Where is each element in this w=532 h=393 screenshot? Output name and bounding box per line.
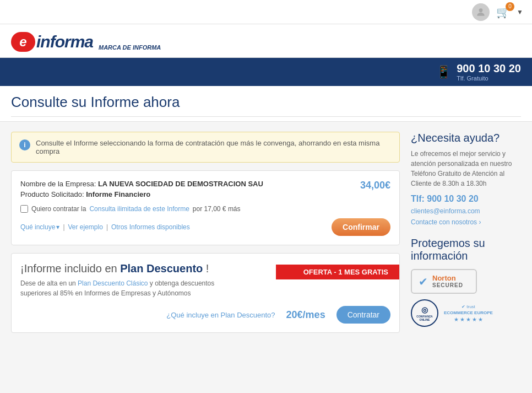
phone-bar-content: 📱 900 10 30 20 Tlf. Gratuito bbox=[436, 62, 521, 82]
plan-link[interactable]: ¿Qué incluye en Plan Descuento? bbox=[166, 311, 275, 319]
star-4: ★ bbox=[472, 316, 477, 322]
product-links: Qué incluye ▾ | Ver ejemplo | Otros Info… bbox=[20, 218, 390, 236]
logo-e-circle: e bbox=[11, 32, 35, 52]
stars-row: ★ ★ ★ ★ ★ bbox=[454, 316, 483, 322]
plan-price: 20€/mes bbox=[286, 309, 325, 321]
plan-title-suffix: ! bbox=[206, 262, 209, 274]
ver-ejemplo-link[interactable]: Ver ejemplo bbox=[68, 223, 103, 231]
norton-check-icon: ✔ bbox=[419, 275, 428, 288]
product-info: Nombre de la Empresa: LA NUEVA SOCIEDAD … bbox=[20, 180, 360, 198]
product-price: 34,00€ bbox=[360, 180, 390, 191]
help-email[interactable]: clientes@einforma.com bbox=[411, 207, 521, 215]
protect-title: Protegemos su información bbox=[411, 237, 521, 262]
company-name: LA NUEVA SOCIEDAD DE DEMOSTRACION SAU bbox=[98, 180, 263, 188]
right-column: ¿Necesita ayuda? Le ofrecemos el mejor s… bbox=[411, 132, 521, 333]
page-title-section: Consulte su Informe ahora bbox=[0, 86, 532, 122]
plan-title-prefix: ¡Informe incluido en bbox=[20, 262, 117, 274]
top-bar: 🛒 0 ▼ bbox=[0, 0, 532, 24]
consulta-checkbox[interactable] bbox=[20, 205, 28, 213]
norton-badge: ✔ Norton SECURED bbox=[411, 269, 477, 294]
product-links-left: Qué incluye ▾ | Ver ejemplo | Otros Info… bbox=[20, 223, 190, 231]
help-phone: Tlf: 900 10 30 20 bbox=[411, 194, 521, 204]
product-label: Producto Solicitado: bbox=[20, 190, 84, 198]
logo-brand-name: informa bbox=[36, 33, 93, 51]
logo-subtitle-brand: INFORMA bbox=[133, 44, 161, 51]
phone-bar: 📱 900 10 30 20 Tlf. Gratuito bbox=[0, 58, 532, 86]
checkbox-text-after: por 17,00 € más bbox=[193, 205, 241, 213]
cart-badge: 0 bbox=[506, 2, 514, 11]
plan-desc-prefix: Dese de alta en un bbox=[20, 279, 76, 287]
star-3: ★ bbox=[466, 316, 471, 322]
product-header: Nombre de la Empresa: LA NUEVA SOCIEDAD … bbox=[20, 180, 390, 198]
confianza-icon: ◎ bbox=[421, 305, 428, 314]
product-options: Quiero contratar la Consulta ilimitada d… bbox=[20, 205, 390, 236]
logo-subtitle-prefix: marca de bbox=[99, 44, 131, 51]
confirm-button[interactable]: Confirmar bbox=[332, 218, 390, 236]
norton-secured: SECURED bbox=[432, 282, 463, 288]
plan-desc: Dese de alta en un Plan Descuento Clásic… bbox=[20, 278, 230, 298]
logo-einforma: e informa bbox=[11, 32, 93, 52]
contratar-button[interactable]: Contratar bbox=[336, 306, 390, 324]
product-type: Producto Solicitado: Informe Financiero bbox=[20, 190, 360, 198]
bottom-badges: ◎ CONFIANZA ONLINE ✔ trust ECOMMERCE EUR… bbox=[411, 299, 493, 327]
que-incluye-label: Qué incluye bbox=[20, 223, 55, 231]
checkbox-row: Quiero contratar la Consulta ilimitada d… bbox=[20, 205, 390, 213]
logo-bar: e informa marca de INFORMA bbox=[0, 24, 532, 58]
main-content: i Consulte el Informe seleccionando la f… bbox=[0, 122, 532, 343]
info-box: i Consulte el Informe seleccionando la f… bbox=[11, 132, 400, 163]
svg-point-0 bbox=[479, 8, 483, 12]
top-bar-icons: 🛒 0 ▼ bbox=[472, 3, 523, 21]
page-title: Consulte su Informe ahora bbox=[11, 94, 521, 111]
que-incluye-chevron: ▾ bbox=[56, 223, 59, 231]
confianza-badge: ◎ CONFIANZA ONLINE bbox=[411, 299, 438, 327]
phone-number: 900 10 30 20 bbox=[457, 62, 521, 75]
checkbox-text-before: Quiero contratar la bbox=[31, 205, 86, 213]
product-type-name: Informe Financiero bbox=[86, 190, 150, 198]
help-section: ¿Necesita ayuda? Le ofrecemos el mejor s… bbox=[411, 132, 521, 226]
plan-title-highlight: Plan Descuento bbox=[120, 262, 203, 274]
ecommerce-text: ECOMMERCE EUROPE bbox=[444, 310, 493, 315]
badges-container: ✔ Norton SECURED ◎ CONFIANZA ONLINE ✔ tr… bbox=[411, 269, 521, 327]
logo-subtitle: marca de INFORMA bbox=[99, 44, 161, 52]
oferta-badge: OFERTA - 1 MES GRATIS bbox=[276, 265, 400, 279]
left-column: i Consulte el Informe seleccionando la f… bbox=[11, 132, 400, 333]
product-card: Nombre de la Empresa: LA NUEVA SOCIEDAD … bbox=[11, 170, 400, 245]
logo-container: e informa marca de INFORMA bbox=[11, 32, 521, 52]
que-incluye-link[interactable]: Qué incluye ▾ bbox=[20, 223, 59, 231]
consulta-link[interactable]: Consulta ilimitada de este Informe bbox=[89, 205, 189, 213]
trust-text: ✔ trust bbox=[462, 304, 475, 309]
star-5: ★ bbox=[478, 316, 483, 322]
logo-e-letter: e bbox=[19, 34, 26, 50]
info-text: Consulte el Informe seleccionando la for… bbox=[36, 139, 392, 155]
protect-title-line1: Protegemos su bbox=[411, 237, 485, 249]
product-name: Nombre de la Empresa: LA NUEVA SOCIEDAD … bbox=[20, 180, 360, 188]
phone-label: Tlf. Gratuito bbox=[457, 75, 521, 82]
plan-card: OFERTA - 1 MES GRATIS ¡Informe incluido … bbox=[11, 253, 400, 333]
user-avatar[interactable] bbox=[472, 3, 490, 21]
ecommerce-badge: ✔ trust ECOMMERCE EUROPE ★ ★ ★ ★ ★ bbox=[444, 304, 493, 322]
help-contact-link[interactable]: Contacte con nosotros › bbox=[411, 218, 481, 226]
otros-informes-link[interactable]: Otros Informes disponibles bbox=[111, 223, 190, 231]
star-1: ★ bbox=[454, 316, 459, 322]
norton-text: Norton SECURED bbox=[432, 274, 463, 288]
help-title: ¿Necesita ayuda? bbox=[411, 132, 521, 144]
plan-bottom: ¿Qué incluye en Plan Descuento? 20€/mes … bbox=[20, 306, 390, 324]
phone-info: 900 10 30 20 Tlf. Gratuito bbox=[457, 62, 521, 82]
cart-button[interactable]: 🛒 0 bbox=[496, 6, 510, 19]
norton-name: Norton bbox=[432, 274, 463, 282]
star-2: ★ bbox=[460, 316, 465, 322]
chevron-down-icon: ▼ bbox=[517, 8, 523, 16]
info-icon: i bbox=[19, 139, 30, 150]
help-description: Le ofrecemos el mejor servicio y atenció… bbox=[411, 149, 521, 189]
protect-title-line2: información bbox=[411, 250, 468, 262]
protect-section: Protegemos su información ✔ Norton SECUR… bbox=[411, 237, 521, 327]
phone-icon: 📱 bbox=[436, 65, 451, 79]
separator-2: | bbox=[106, 223, 108, 231]
separator-1: | bbox=[63, 223, 64, 231]
plan-desc-link[interactable]: Plan Descuento Clásico bbox=[78, 279, 148, 287]
company-label: Nombre de la Empresa: bbox=[20, 180, 96, 188]
confianza-text: CONFIANZA ONLINE bbox=[412, 315, 437, 321]
